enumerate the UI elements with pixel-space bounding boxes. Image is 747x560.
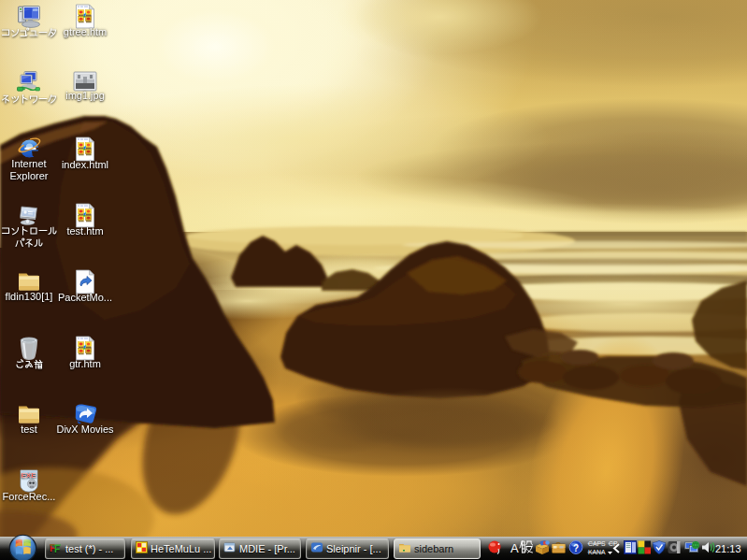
svg-text:?: ? [573, 543, 579, 553]
svg-text:EXE: EXE [21, 471, 36, 480]
svg-text:21:13: 21:13 [715, 543, 741, 554]
svg-text:A: A [510, 541, 519, 555]
